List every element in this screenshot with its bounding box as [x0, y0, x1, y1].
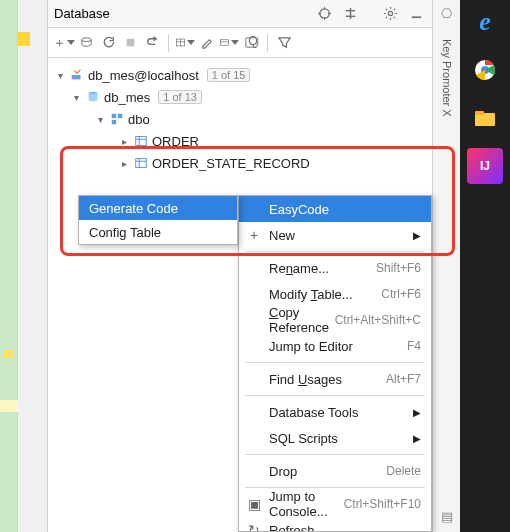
view-icon[interactable] [219, 33, 239, 53]
sync-db-icon[interactable] [76, 33, 96, 53]
panel-toolbar: ＋ QL [48, 28, 432, 58]
tree-label: dbo [128, 112, 150, 127]
edit-icon[interactable] [197, 33, 217, 53]
split-icon[interactable] [340, 4, 360, 24]
table-icon[interactable] [175, 33, 195, 53]
gutter-mark [18, 32, 30, 46]
taskbar-app-explorer[interactable] [467, 100, 503, 136]
sidebar-label[interactable]: Key Promoter X [441, 39, 453, 117]
menu-item-copy-reference[interactable]: Copy ReferenceCtrl+Alt+Shift+C [239, 307, 431, 333]
svg-point-10 [81, 38, 90, 42]
stop-icon[interactable] [120, 33, 140, 53]
shortcut: Ctrl+Alt+Shift+C [335, 313, 421, 327]
menu-item-sql-scripts[interactable]: SQL Scripts▶ [239, 425, 431, 451]
shortcut: Ctrl+Shift+F10 [344, 497, 421, 511]
svg-rect-11 [126, 39, 134, 47]
menu-item-new[interactable]: +New▶ [239, 222, 431, 248]
ide-right-sidebar: ⎔ Key Promoter X ▤ [432, 0, 460, 532]
menu-label: Jump to Console... [269, 489, 344, 519]
menu-item-database-tools[interactable]: Database Tools▶ [239, 399, 431, 425]
svg-point-8 [388, 11, 392, 15]
menu-separator [245, 251, 425, 252]
menu-separator [245, 487, 425, 488]
chevron-right-icon[interactable]: ▸ [118, 136, 130, 147]
refresh-icon: ↻ [245, 522, 263, 532]
database-tool-window: Database ＋ QL ▾ db_mes [48, 0, 432, 532]
table-icon [134, 134, 148, 148]
menu-item-find-usages[interactable]: Find UsagesAlt+F7 [239, 366, 431, 392]
tree-schema[interactable]: ▾ dbo [48, 108, 432, 130]
taskbar-app-intellij[interactable]: IJ [467, 148, 503, 184]
plus-icon: + [245, 227, 263, 243]
gutter-mark [4, 350, 14, 358]
svg-rect-23 [112, 120, 116, 124]
gear-icon[interactable] [380, 4, 400, 24]
svg-rect-15 [220, 40, 228, 46]
taskbar-app-edge[interactable]: e [467, 4, 503, 40]
tree-label: ORDER_STATE_RECORD [152, 156, 310, 171]
rollback-icon[interactable] [142, 33, 162, 53]
target-icon[interactable] [314, 4, 334, 24]
svg-rect-33 [475, 111, 484, 115]
console-icon[interactable]: QL [241, 33, 261, 53]
tree-table[interactable]: ▸ ORDER_STATE_RECORD [48, 152, 432, 174]
taskbar-app-chrome[interactable] [467, 52, 503, 88]
panel-titlebar: Database [48, 0, 432, 28]
chevron-right-icon[interactable]: ▸ [118, 158, 130, 169]
menu-item-config-table[interactable]: Config Table [79, 220, 237, 244]
menu-item-modify-table[interactable]: Modify Table...Ctrl+F6 [239, 281, 431, 307]
database-tree[interactable]: ▾ db_mes@localhost 1 of 15 ▾ db_mes 1 of… [48, 58, 432, 174]
tree-label: db_mes [104, 90, 150, 105]
console-icon: ▣ [245, 496, 263, 512]
shortcut: Alt+F7 [386, 372, 421, 386]
tree-datasource[interactable]: ▾ db_mes@localhost 1 of 15 [48, 64, 432, 86]
count-badge: 1 of 13 [158, 90, 202, 104]
menu-item-drop[interactable]: DropDelete [239, 458, 431, 484]
table-icon [134, 156, 148, 170]
shortcut: F4 [407, 339, 421, 353]
chevron-down-icon[interactable]: ▾ [70, 92, 82, 103]
add-icon[interactable]: ＋ [54, 33, 74, 53]
menu-separator [245, 395, 425, 396]
filter-icon[interactable] [274, 33, 294, 53]
shortcut: Ctrl+F6 [381, 287, 421, 301]
tree-database[interactable]: ▾ db_mes 1 of 13 [48, 86, 432, 108]
tree-table[interactable]: ▸ ORDER [48, 130, 432, 152]
svg-point-0 [319, 9, 328, 18]
tree-label: db_mes@localhost [88, 68, 199, 83]
context-menu: EasyCode +New▶ Rename...Shift+F6 Modify … [238, 195, 432, 532]
menu-item-generate-code[interactable]: Generate Code [79, 196, 237, 220]
count-badge: 1 of 15 [207, 68, 251, 82]
database-sidebar-icon[interactable]: ▤ [441, 509, 453, 524]
svg-text:QL: QL [248, 35, 259, 48]
gutter-mark [0, 400, 18, 412]
menu-label: Find Usages [269, 372, 342, 387]
menu-item-jump-editor[interactable]: Jump to EditorF4 [239, 333, 431, 359]
menu-item-refresh[interactable]: ↻Refresh [239, 517, 431, 532]
svg-rect-24 [136, 137, 147, 146]
chevron-right-icon: ▶ [405, 407, 421, 418]
chevron-down-icon[interactable]: ▾ [54, 70, 66, 81]
minimize-icon[interactable] [406, 4, 426, 24]
menu-label: Jump to Editor [269, 339, 353, 354]
menu-label: SQL Scripts [269, 431, 338, 446]
chevron-down-icon[interactable]: ▾ [94, 114, 106, 125]
toolbar-separator [267, 34, 268, 52]
svg-rect-21 [112, 114, 116, 118]
tree-label: ORDER [152, 134, 199, 149]
menu-item-easycode[interactable]: EasyCode [239, 196, 431, 222]
chevron-right-icon: ▶ [405, 230, 421, 241]
menu-item-rename[interactable]: Rename...Shift+F6 [239, 255, 431, 281]
menu-label: Rename... [269, 261, 329, 276]
refresh-icon[interactable] [98, 33, 118, 53]
key-promoter-icon[interactable]: ⎔ [441, 6, 452, 21]
menu-label: Modify Table... [269, 287, 353, 302]
panel-title: Database [54, 6, 110, 21]
editor-gutter-right [18, 0, 48, 532]
menu-item-jump-console[interactable]: ▣Jump to Console...Ctrl+Shift+F10 [239, 491, 431, 517]
menu-label: New [269, 228, 295, 243]
svg-rect-22 [118, 114, 122, 118]
shortcut: Delete [386, 464, 421, 478]
datasource-icon [70, 68, 84, 82]
menu-label: Refresh [269, 523, 315, 533]
